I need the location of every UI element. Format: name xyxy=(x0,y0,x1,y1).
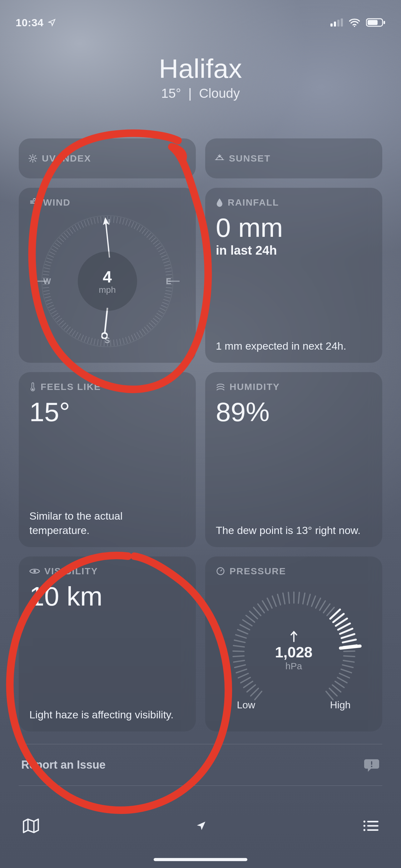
svg-rect-0 xyxy=(330,24,333,27)
svg-line-163 xyxy=(249,611,257,619)
svg-rect-1 xyxy=(334,22,336,27)
svg-line-64 xyxy=(64,325,68,330)
svg-line-161 xyxy=(243,620,252,626)
svg-line-193 xyxy=(341,669,352,673)
svg-line-128 xyxy=(155,243,160,247)
wind-icon xyxy=(29,198,39,207)
wind-title: WIND xyxy=(43,197,71,208)
wind-speed: 4 xyxy=(103,268,112,286)
uv-index-card[interactable]: UV INDEX xyxy=(19,138,196,178)
svg-line-175 xyxy=(307,594,310,605)
cellular-icon xyxy=(330,19,343,27)
svg-line-74 xyxy=(45,299,52,301)
svg-line-129 xyxy=(157,246,162,249)
status-time: 10:34 xyxy=(15,17,43,29)
svg-line-105 xyxy=(91,218,92,224)
current-location-icon[interactable] xyxy=(196,820,207,832)
svg-point-202 xyxy=(371,766,373,767)
svg-line-84 xyxy=(44,268,50,269)
svg-line-68 xyxy=(55,316,60,320)
svg-line-157 xyxy=(234,640,245,642)
svg-line-93 xyxy=(57,240,62,244)
svg-line-158 xyxy=(235,635,246,638)
wind-card[interactable]: WIND N S E W 4 mph xyxy=(19,188,196,363)
svg-line-91 xyxy=(53,246,58,249)
trend-up-icon xyxy=(289,629,299,642)
svg-line-53 xyxy=(97,339,98,346)
svg-line-69 xyxy=(53,313,58,316)
home-indicator[interactable] xyxy=(154,858,247,861)
svg-line-169 xyxy=(277,594,280,605)
svg-point-8 xyxy=(31,157,34,160)
svg-line-125 xyxy=(149,235,153,240)
pressure-value: 1,028 xyxy=(275,643,312,660)
svg-line-127 xyxy=(153,240,158,244)
humidity-title: HUMIDITY xyxy=(230,381,280,392)
weather-summary: 15° | Cloudy xyxy=(0,86,401,101)
svg-line-36 xyxy=(146,325,151,330)
wind-unit: mph xyxy=(99,285,115,295)
svg-line-150 xyxy=(238,673,248,678)
svg-line-24 xyxy=(165,293,171,294)
svg-rect-7 xyxy=(383,21,385,24)
svg-line-101 xyxy=(78,223,80,229)
svg-line-96 xyxy=(64,233,68,238)
svg-line-51 xyxy=(104,340,104,346)
svg-line-173 xyxy=(298,592,299,603)
sunset-title: SUNSET xyxy=(229,153,271,164)
visibility-card[interactable]: VISIBILITY 10 km Light haze is affecting… xyxy=(19,556,196,732)
svg-line-94 xyxy=(59,238,64,242)
svg-line-134 xyxy=(163,261,169,263)
list-icon[interactable] xyxy=(362,819,379,832)
pressure-high-label: High xyxy=(330,699,351,711)
pressure-card[interactable]: PRESSURE 1,028 hPa Low High xyxy=(205,556,382,732)
svg-line-185 xyxy=(340,629,352,634)
svg-line-132 xyxy=(161,255,166,257)
visibility-title: VISIBILITY xyxy=(44,566,98,577)
svg-line-31 xyxy=(157,313,162,316)
svg-line-65 xyxy=(61,323,66,327)
svg-line-92 xyxy=(55,243,60,247)
location-header: Halifax 15° | Cloudy xyxy=(0,53,401,101)
pressure-low-label: Low xyxy=(237,699,256,711)
svg-line-90 xyxy=(51,249,56,252)
svg-line-189 xyxy=(343,651,355,651)
svg-point-209 xyxy=(364,829,365,831)
svg-line-133 xyxy=(162,258,168,260)
svg-line-122 xyxy=(142,229,145,234)
svg-line-70 xyxy=(51,311,56,314)
svg-line-106 xyxy=(94,218,95,224)
humidity-value: 89% xyxy=(216,398,372,426)
report-issue-row[interactable]: Report an Issue xyxy=(19,744,382,786)
svg-line-63 xyxy=(67,327,71,332)
svg-line-184 xyxy=(338,623,350,629)
svg-line-67 xyxy=(57,318,62,322)
svg-line-46 xyxy=(120,339,121,345)
humidity-card[interactable]: HUMIDITY 89% The dew point is 13° right … xyxy=(205,372,382,547)
svg-line-115 xyxy=(123,218,124,224)
map-icon[interactable] xyxy=(22,818,40,834)
svg-line-113 xyxy=(116,217,118,223)
svg-line-126 xyxy=(151,238,156,242)
svg-line-99 xyxy=(72,227,75,232)
eye-icon xyxy=(29,567,40,575)
svg-line-89 xyxy=(49,252,55,255)
rainfall-title: RAINFALL xyxy=(228,197,279,208)
svg-line-166 xyxy=(262,601,268,610)
svg-line-165 xyxy=(258,604,264,613)
svg-line-48 xyxy=(113,340,114,346)
rainfall-card[interactable]: RAINFALL 0 mm in last 24h 1 mm expected … xyxy=(205,188,382,363)
svg-line-178 xyxy=(320,601,325,610)
sunset-card[interactable]: SUNSET xyxy=(205,138,382,178)
svg-line-44 xyxy=(126,337,127,343)
svg-line-186 xyxy=(341,634,354,638)
svg-line-39 xyxy=(139,331,143,336)
feels-like-card[interactable]: FEELS LIKE 15° Similar to the actual tem… xyxy=(19,372,196,547)
report-bubble-icon xyxy=(364,757,380,772)
svg-line-32 xyxy=(155,316,160,320)
svg-line-120 xyxy=(137,225,140,230)
svg-line-190 xyxy=(343,656,355,656)
feels-like-foot: Similar to the actual temperature. xyxy=(29,509,185,538)
visibility-value: 10 km xyxy=(29,582,185,610)
svg-line-198 xyxy=(329,688,337,696)
